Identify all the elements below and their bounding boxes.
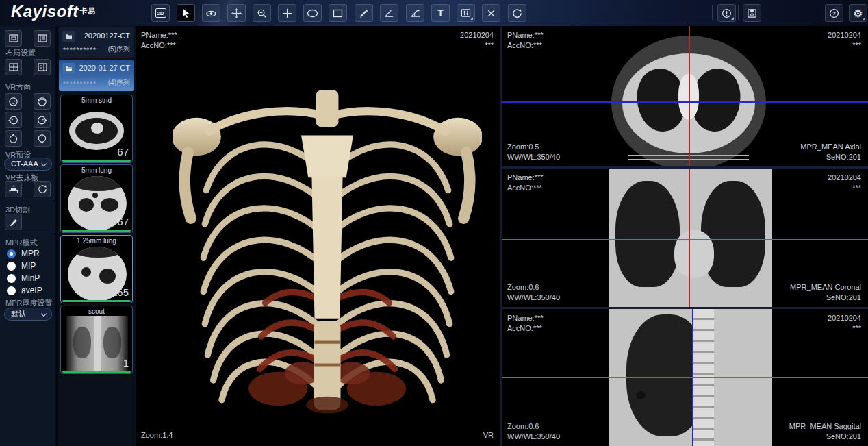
crosshair-vertical-red[interactable] (689, 169, 690, 307)
help-button[interactable]: ? (825, 4, 843, 22)
vr-viewport[interactable]: PName:*** AccNO:*** 20210204 *** Zoom:1.… (136, 26, 500, 446)
bed-icon (8, 184, 19, 194)
cursor-icon (181, 8, 191, 18)
radio-icon (7, 274, 16, 283)
left-sidebar: 布局设置 VR方向 VR预设 CT-AAA VR去床板 3D切割 (0, 26, 56, 446)
save-button[interactable] (743, 4, 761, 22)
magnify-button[interactable] (253, 4, 271, 22)
undo-circle-icon (38, 184, 47, 194)
cobb-angle-icon (410, 8, 421, 18)
crosshair-button[interactable] (278, 4, 296, 22)
vr-head-posterior-button[interactable] (34, 93, 51, 110)
series-thumbnail-4[interactable]: scout 1 (60, 306, 133, 374)
layout-split-button[interactable] (34, 59, 51, 75)
thumbnail-image (66, 316, 128, 371)
zoom-readout: Zoom:0.6 (507, 282, 560, 293)
text-annotation-button[interactable]: T (431, 4, 450, 22)
study-item-2-selected[interactable]: 2020-01-27-CT ********** (4)序列 (59, 60, 134, 91)
radio-label: MPR (21, 249, 40, 258)
view-type-label: MPR_MEAN Axial (800, 142, 861, 152)
radio-minp[interactable]: MinP (7, 273, 40, 283)
crosshair-icon (282, 8, 292, 18)
study-patient-masked: ********** (63, 47, 97, 54)
series-thumbnail-2[interactable]: 5mm lung 67 (60, 164, 133, 233)
rect-roi-button[interactable] (329, 4, 347, 22)
angle-icon (384, 9, 394, 18)
view-type-label: MPR_MEAN Saggital (789, 421, 861, 432)
study-item-1[interactable]: 20200127-CT ********** (5)序列 (59, 27, 134, 58)
toolbar-separator (712, 5, 713, 20)
study-series-count: (5)序列 (108, 45, 130, 54)
series-panel: 20200127-CT ********** (5)序列 2020-01-27-… (58, 26, 136, 446)
layout-grid-button[interactable] (5, 59, 22, 75)
thumbnail-progress-bar (62, 160, 131, 162)
delete-button[interactable] (482, 4, 500, 22)
angle-button[interactable] (380, 4, 398, 22)
layout-series-button[interactable] (34, 30, 51, 47)
mpr-overlay-topright: 20210204 *** (828, 173, 861, 193)
head-left-icon (8, 115, 18, 125)
remove-bed-button[interactable] (5, 181, 22, 197)
vr-head-superior-button[interactable] (5, 130, 22, 147)
head-back-icon (37, 97, 47, 107)
mpr-sagittal-viewport[interactable]: PName:*** AccNO:*** 20210204 *** Zoom:0.… (502, 309, 868, 446)
study-patient-masked: ********** (63, 80, 97, 88)
vr-head-inferior-button[interactable] (34, 130, 51, 147)
mpr-thickness-value: 默认 (11, 310, 26, 318)
rotate-3d-button[interactable] (202, 4, 220, 22)
vr-preset-select[interactable]: CT-AAA (4, 158, 52, 171)
crosshair-horizontal-green[interactable] (502, 239, 868, 240)
reset-icon (512, 8, 522, 18)
layout-section-label: 布局设置 (5, 48, 36, 58)
vr-overlay-topleft: PName:*** AccNO:*** (141, 30, 177, 51)
cobb-angle-button[interactable] (406, 4, 424, 22)
cursor-button[interactable] (177, 4, 195, 22)
crosshair-vertical-red[interactable] (689, 26, 690, 166)
accession-number: AccNO:*** (507, 183, 544, 193)
layout-split-icon (38, 63, 47, 71)
reset-button[interactable] (508, 4, 526, 22)
series-thumbnail-1[interactable]: 5mm stnd 67 (60, 95, 133, 163)
study-date: 20210204 (828, 313, 861, 323)
measure-line-button[interactable] (355, 4, 373, 22)
accession-number: AccNO:*** (141, 40, 177, 51)
pan-button[interactable] (227, 4, 246, 22)
ellipse-roi-button[interactable] (303, 4, 322, 22)
sidebar-divider (3, 234, 53, 234)
layout-2d-button[interactable]: 2D (151, 4, 170, 22)
head-bottom-icon (37, 134, 47, 144)
mpr-coronal-viewport[interactable]: PName:*** AccNO:*** 20210204 *** Zoom:0.… (502, 169, 868, 307)
thumbnail-progress-bar (62, 230, 131, 232)
coronal-image (609, 169, 772, 307)
close-icon (487, 9, 496, 18)
mpr-thickness-select[interactable]: 默认 (4, 308, 52, 321)
series-thumbnail-3-active[interactable]: 1.25mm lung 265 (60, 235, 133, 303)
settings-button[interactable]: ⚙ (849, 4, 867, 22)
vr-head-anterior-button[interactable] (5, 93, 22, 110)
cut-3d-button[interactable] (5, 214, 22, 230)
info-button[interactable] (717, 4, 736, 22)
study-series-count: (4)序列 (108, 78, 130, 88)
masked-value: *** (828, 183, 861, 193)
window-level-button[interactable] (457, 4, 475, 22)
magnify-icon (257, 8, 267, 18)
pacs-viewer-window: Kayisoft卡易 2D T (0, 0, 868, 446)
crosshair-horizontal-blue[interactable] (502, 101, 868, 103)
window-level-readout: WW/WL:350/40 (507, 152, 560, 162)
vr-head-left-button[interactable] (5, 112, 22, 128)
patient-name: PName:*** (141, 30, 177, 40)
radio-label: MIP (21, 261, 36, 271)
layout-single-button[interactable] (5, 30, 22, 47)
mpr-axial-viewport[interactable]: PName:*** AccNO:*** 20210204 *** Zoom:0.… (502, 26, 868, 166)
radio-mpr[interactable]: MPR (7, 249, 40, 258)
view-type-label: MPR_MEAN Coronal (790, 282, 861, 293)
thumbnail-progress-bar (62, 371, 131, 373)
study-date: 20210204 (828, 30, 861, 40)
vr-head-right-button[interactable] (34, 112, 51, 128)
restore-bed-button[interactable] (34, 181, 51, 197)
radio-aveip[interactable]: aveIP (7, 286, 42, 295)
crosshair-horizontal-green[interactable] (502, 377, 868, 378)
info-icon (722, 8, 732, 18)
radio-mip[interactable]: MIP (7, 261, 36, 271)
vr-zoom-readout: Zoom:1.4 (141, 430, 173, 441)
